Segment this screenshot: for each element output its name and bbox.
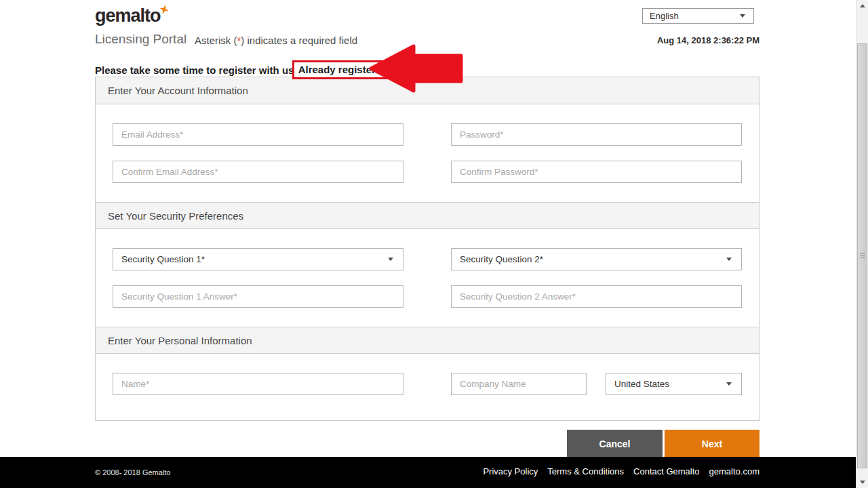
security-question-2-value: Security Question 2* bbox=[460, 254, 726, 264]
email-input[interactable] bbox=[113, 123, 403, 146]
timestamp: Aug 14, 2018 2:36:22 PM bbox=[657, 35, 760, 45]
chevron-down-icon bbox=[726, 382, 732, 386]
section-header-personal: Enter Your Personal Information bbox=[96, 327, 759, 354]
security-answer-2-input[interactable] bbox=[451, 285, 742, 308]
scroll-up-button[interactable] bbox=[856, 0, 868, 12]
cancel-button[interactable]: Cancel bbox=[567, 430, 663, 458]
country-select[interactable]: United States bbox=[606, 373, 742, 395]
name-input[interactable] bbox=[113, 373, 403, 395]
copyright-text: © 2008- 2018 Gemalto bbox=[95, 468, 170, 476]
privacy-policy-link[interactable]: Privacy Policy bbox=[483, 466, 538, 476]
gemalto-site-link[interactable]: gemalto.com bbox=[709, 466, 760, 476]
section-header-security: Set Your Security Preferences bbox=[96, 202, 759, 229]
language-value: English bbox=[650, 11, 740, 21]
scroll-down-button[interactable] bbox=[856, 476, 868, 488]
registration-page: gemalto English Licensing Portal Asteris… bbox=[0, 0, 868, 488]
footer: © 2008- 2018 Gemalto Privacy Policy Term… bbox=[0, 457, 868, 488]
chevron-down-icon bbox=[388, 258, 393, 261]
terms-conditions-link[interactable]: Terms & Conditions bbox=[547, 466, 624, 476]
confirm-password-input[interactable] bbox=[451, 161, 742, 183]
next-button[interactable]: Next bbox=[665, 430, 760, 458]
security-answer-1-input[interactable] bbox=[113, 285, 403, 308]
portal-title: Licensing Portal bbox=[95, 32, 186, 47]
chevron-down-icon bbox=[726, 258, 732, 261]
footer-links: Privacy Policy Terms & Conditions Contac… bbox=[483, 466, 760, 476]
chevron-down-icon bbox=[740, 14, 745, 18]
country-value: United States bbox=[614, 379, 726, 389]
register-text: Please take some time to register with u… bbox=[95, 64, 297, 76]
scrollbar-thumb[interactable] bbox=[857, 43, 867, 468]
security-question-2-select[interactable]: Security Question 2* bbox=[451, 248, 742, 270]
security-question-1-select[interactable]: Security Question 1* bbox=[113, 248, 403, 270]
section-body-security: Security Question 1* Security Question 2… bbox=[96, 229, 759, 327]
logo-text: gemalto bbox=[95, 5, 161, 26]
gemalto-logo: gemalto bbox=[95, 5, 169, 26]
registration-form: Enter Your Account Information Set Your … bbox=[95, 77, 760, 421]
confirm-email-input[interactable] bbox=[113, 161, 403, 183]
required-field-note: Asterisk (*) indicates a required field bbox=[195, 35, 357, 46]
security-question-1-value: Security Question 1* bbox=[121, 254, 388, 264]
language-selector[interactable]: English bbox=[642, 8, 754, 24]
vertical-scrollbar[interactable] bbox=[856, 0, 868, 488]
logo-star-icon bbox=[159, 5, 169, 14]
arrow-down-icon bbox=[860, 481, 865, 484]
scrollbar-grip-icon bbox=[860, 253, 865, 258]
contact-gemalto-link[interactable]: Contact Gemalto bbox=[633, 466, 700, 476]
section-body-personal: United States bbox=[96, 354, 759, 420]
form-actions: Cancel Next bbox=[567, 430, 760, 458]
arrow-up-icon bbox=[860, 4, 865, 7]
section-body-account bbox=[96, 104, 759, 202]
password-input[interactable] bbox=[451, 123, 742, 146]
company-name-input[interactable] bbox=[451, 373, 587, 395]
annotation-arrow-icon bbox=[369, 43, 464, 94]
